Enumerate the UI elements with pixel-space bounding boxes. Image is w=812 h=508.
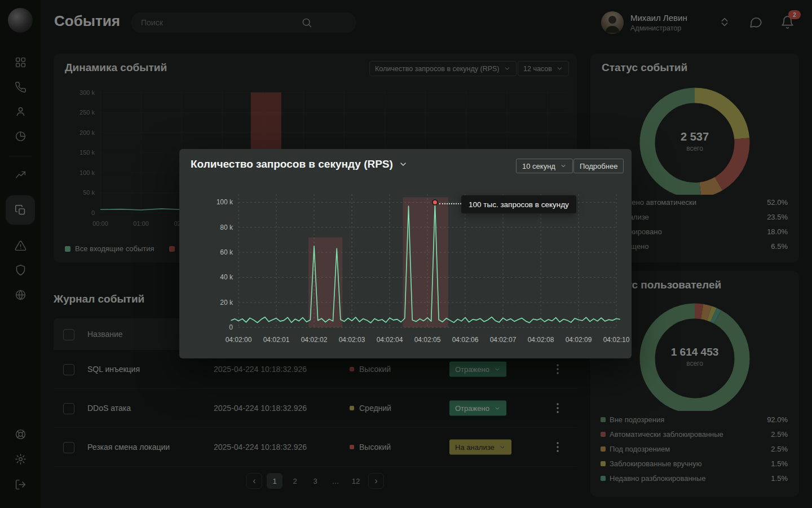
svg-text:04:02:06: 04:02:06: [452, 336, 479, 344]
svg-text:80 k: 80 k: [220, 224, 233, 231]
svg-text:100 k: 100 k: [217, 198, 233, 206]
svg-text:04:02:00: 04:02:00: [226, 336, 252, 344]
svg-text:04:02:10: 04:02:10: [603, 336, 630, 344]
svg-text:04:02:07: 04:02:07: [490, 336, 517, 344]
modal-title-text: Количество запросов в секунду (RPS): [191, 158, 393, 170]
modal-period-value: 10 секунд: [522, 162, 555, 170]
svg-text:04:02:02: 04:02:02: [301, 336, 328, 344]
tooltip-connector: [439, 203, 461, 204]
svg-text:40 k: 40 k: [220, 273, 233, 281]
svg-text:04:02:01: 04:02:01: [263, 336, 290, 344]
svg-text:20 k: 20 k: [220, 299, 233, 306]
svg-text:0: 0: [229, 323, 233, 331]
svg-text:04:02:05: 04:02:05: [414, 336, 441, 344]
svg-text:04:02:03: 04:02:03: [339, 336, 365, 344]
modal-period-select[interactable]: 10 секунд: [516, 159, 573, 173]
modal-title: Количество запросов в секунду (RPS): [191, 158, 408, 170]
details-button[interactable]: Подробнее: [573, 159, 624, 173]
chart-tooltip: 100 тыс. запросов в секунду: [461, 195, 576, 213]
svg-text:60 k: 60 k: [220, 248, 233, 256]
svg-text:04:02:04: 04:02:04: [377, 336, 403, 344]
svg-text:04:02:08: 04:02:08: [528, 336, 554, 344]
chevron-down-icon[interactable]: [399, 160, 408, 169]
svg-text:04:02:09: 04:02:09: [566, 336, 592, 344]
rps-modal: Количество запросов в секунду (RPS) 10 с…: [179, 149, 632, 358]
